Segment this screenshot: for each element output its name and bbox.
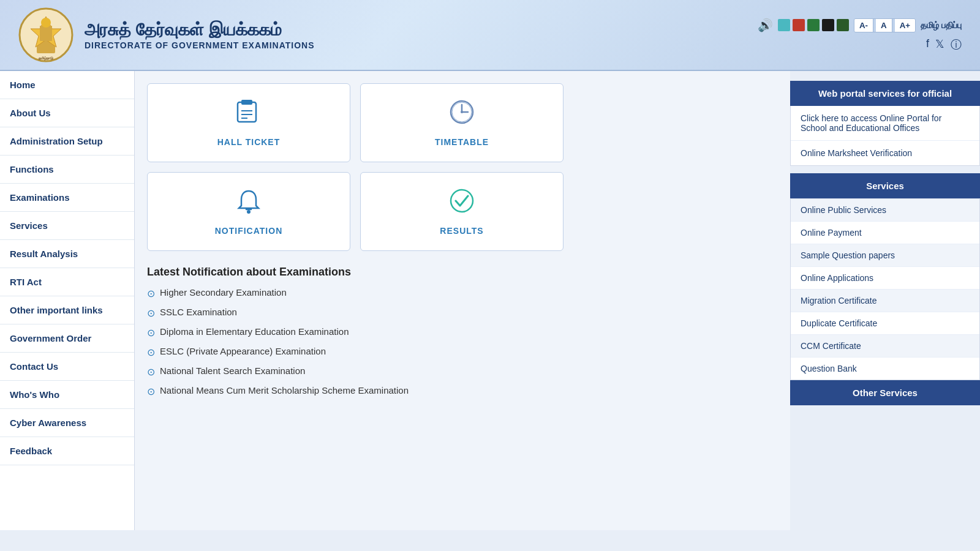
instagram-icon[interactable]: ⓘ xyxy=(951,37,962,52)
swatch-teal[interactable] xyxy=(778,19,790,31)
bullet-icon: ⊙ xyxy=(147,307,155,319)
main-layout: Home About Us Administration Setup Funct… xyxy=(0,71,980,530)
notification-label: NOTIFICATION xyxy=(215,226,283,236)
results-label: RESULTS xyxy=(440,226,483,236)
notification-text: National Talent Search Examination xyxy=(160,365,305,376)
bullet-icon: ⊙ xyxy=(147,366,155,378)
sidebar-item-services[interactable]: Services xyxy=(0,212,134,240)
timetable-label: TIMETABLE xyxy=(435,137,489,147)
right-panel: Web portal services for official Click h… xyxy=(790,71,980,530)
font-increase-button[interactable]: A+ xyxy=(895,19,915,32)
bullet-icon: ⊙ xyxy=(147,386,155,397)
header-right: 🔊 A- A A+ தமிழ் பதிப்பு f 𝕏 ⓘ xyxy=(758,18,962,52)
svg-text:தமிழ்நாடு: தமிழ்நாடு xyxy=(39,56,53,61)
sidebar-item-cyber-awareness[interactable]: Cyber Awareness xyxy=(0,409,134,437)
services-list: Online Public Services Online Payment Sa… xyxy=(790,198,980,380)
hall-ticket-card[interactable]: HALL TICKET xyxy=(147,83,350,162)
sidebar-item-rti-act[interactable]: RTI Act xyxy=(0,268,134,296)
sidebar-item-home[interactable]: Home xyxy=(0,71,134,99)
sidebar-item-functions[interactable]: Functions xyxy=(0,156,134,184)
speaker-icon[interactable]: 🔊 xyxy=(758,18,773,32)
svg-rect-7 xyxy=(241,100,252,105)
notification-text: Diploma in Elementary Education Examinat… xyxy=(160,326,349,337)
other-services-section: Other Services xyxy=(790,380,980,405)
font-size-controls: A- A A+ xyxy=(854,18,916,32)
notification-item[interactable]: ⊙ Higher Secondary Examination xyxy=(147,287,778,299)
title-english: DIRECTORATE OF GOVERNMENT EXAMINATIONS xyxy=(85,40,315,50)
duplicate-certificate-link[interactable]: Duplicate Certificate xyxy=(791,312,979,335)
bullet-icon: ⊙ xyxy=(147,347,155,358)
page-header: தமிழ்நாடு அரசுத் தேர்வுகள் இயக்ககம் DIRE… xyxy=(0,0,980,71)
social-icons: f 𝕏 ⓘ xyxy=(926,37,962,52)
sidebar-item-whos-who[interactable]: Who's Who xyxy=(0,381,134,409)
migration-certificate-link[interactable]: Migration Certificate xyxy=(791,290,979,312)
sidebar-item-other-links[interactable]: Other important links xyxy=(0,296,134,324)
sidebar: Home About Us Administration Setup Funct… xyxy=(0,71,135,530)
bullet-icon: ⊙ xyxy=(147,288,155,299)
sidebar-item-examinations[interactable]: Examinations xyxy=(0,184,134,212)
services-header: Services xyxy=(790,173,980,198)
question-bank-link[interactable]: Question Bank xyxy=(791,358,979,380)
services-section: Services Online Public Services Online P… xyxy=(790,173,980,380)
header-controls: 🔊 A- A A+ தமிழ் பதிப்பு xyxy=(758,18,962,32)
sidebar-item-about-us[interactable]: About Us xyxy=(0,99,134,127)
sidebar-item-feedback[interactable]: Feedback xyxy=(0,437,134,465)
bullet-icon: ⊙ xyxy=(147,327,155,339)
notification-text: Higher Secondary Examination xyxy=(160,287,287,298)
hall-ticket-label: HALL TICKET xyxy=(217,137,281,147)
sidebar-item-result-analysis[interactable]: Result Analysis xyxy=(0,240,134,268)
web-portal-content: Click here to access Online Portal for S… xyxy=(790,106,980,166)
swatch-red[interactable] xyxy=(793,19,805,31)
color-swatches xyxy=(778,19,849,31)
web-portal-section: Web portal services for official Click h… xyxy=(790,81,980,166)
quick-cards: HALL TICKET TIMETABLE xyxy=(147,83,564,251)
sidebar-item-admin-setup[interactable]: Administration Setup xyxy=(0,127,134,156)
tamil-link[interactable]: தமிழ் பதிப்பு xyxy=(921,20,962,31)
twitter-icon[interactable]: 𝕏 xyxy=(935,37,944,52)
main-content: HALL TICKET TIMETABLE xyxy=(135,71,790,530)
notification-item[interactable]: ⊙ National Means Cum Merit Scholarship S… xyxy=(147,385,778,397)
other-services-header: Other Services xyxy=(790,380,980,405)
notification-item[interactable]: ⊙ National Talent Search Examination xyxy=(147,365,778,378)
hall-ticket-icon xyxy=(235,99,262,131)
svg-point-18 xyxy=(451,190,473,212)
sidebar-item-contact-us[interactable]: Contact Us xyxy=(0,353,134,381)
notification-card[interactable]: NOTIFICATION xyxy=(147,172,350,251)
marksheet-verification-link[interactable]: Online Marksheet Verification xyxy=(791,141,979,165)
svg-point-4 xyxy=(41,18,51,28)
notification-text: National Means Cum Merit Scholarship Sch… xyxy=(160,385,409,395)
online-portal-link[interactable]: Click here to access Online Portal for S… xyxy=(791,106,979,141)
svg-point-17 xyxy=(247,210,251,214)
online-applications-link[interactable]: Online Applications xyxy=(791,267,979,290)
notification-text: SSLC Examination xyxy=(160,307,237,317)
font-normal-button[interactable]: A xyxy=(876,19,892,32)
swatch-black[interactable] xyxy=(822,19,834,31)
results-icon xyxy=(448,187,475,220)
font-decrease-button[interactable]: A- xyxy=(854,19,873,32)
notifications-heading: Latest Notification about Examinations xyxy=(147,266,778,279)
web-portal-header: Web portal services for official xyxy=(790,81,980,106)
notification-item[interactable]: ⊙ Diploma in Elementary Education Examin… xyxy=(147,326,778,339)
notification-icon xyxy=(235,187,262,220)
results-card[interactable]: RESULTS xyxy=(360,172,564,251)
notification-text: ESLC (Private Appearance) Examination xyxy=(160,346,326,356)
swatch-green[interactable] xyxy=(807,19,820,31)
notifications-section: Latest Notification about Examinations ⊙… xyxy=(147,266,778,397)
title-tamil: அரசுத் தேர்வுகள் இயக்ககம் xyxy=(85,20,315,40)
timetable-icon xyxy=(448,99,475,131)
govt-logo: தமிழ்நாடு xyxy=(18,7,74,62)
header-title: அரசுத் தேர்வுகள் இயக்ககம் DIRECTORATE OF… xyxy=(85,20,315,50)
online-public-services-link[interactable]: Online Public Services xyxy=(791,199,979,222)
svg-point-15 xyxy=(461,111,463,113)
sidebar-item-govt-order[interactable]: Government Order xyxy=(0,324,134,353)
timetable-card[interactable]: TIMETABLE xyxy=(360,83,564,162)
svg-rect-3 xyxy=(40,26,52,41)
ccm-certificate-link[interactable]: CCM Certificate xyxy=(791,335,979,358)
sample-question-papers-link[interactable]: Sample Question papers xyxy=(791,244,979,267)
facebook-icon[interactable]: f xyxy=(926,37,929,52)
notification-item[interactable]: ⊙ ESLC (Private Appearance) Examination xyxy=(147,346,778,358)
notification-item[interactable]: ⊙ SSLC Examination xyxy=(147,307,778,319)
swatch-dark-green[interactable] xyxy=(837,19,849,31)
svg-rect-6 xyxy=(238,102,256,122)
online-payment-link[interactable]: Online Payment xyxy=(791,222,979,244)
